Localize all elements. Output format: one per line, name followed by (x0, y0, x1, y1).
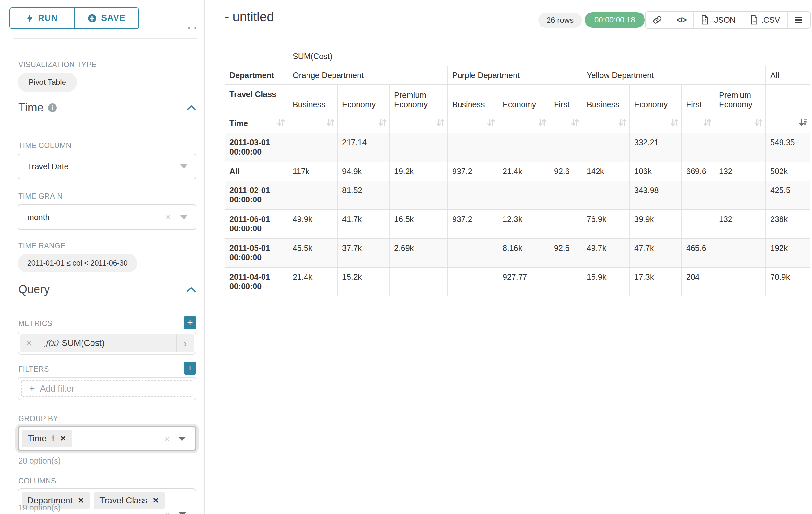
travel-class-cell: Business (288, 85, 338, 114)
link-icon (653, 16, 662, 24)
travel-class-cell: Economy (630, 85, 682, 114)
caret-down-icon[interactable] (178, 437, 186, 441)
save-button[interactable]: SAVE (74, 8, 138, 28)
metrics-label: METRICS (18, 319, 52, 328)
sort-cell (448, 114, 498, 133)
value-cell: 70.9k (766, 268, 810, 296)
value-cell (582, 133, 630, 162)
value-cell: 47.7k (630, 239, 682, 268)
add-filter-plus-button[interactable]: + (183, 362, 196, 375)
value-cell (389, 181, 448, 210)
value-cell (682, 133, 715, 162)
clear-icon[interactable]: × (166, 212, 171, 222)
value-cell: 81.52 (338, 181, 389, 210)
travel-class-axis-cell: Travel Class (225, 85, 288, 114)
remove-tag-icon[interactable]: ✕ (60, 434, 66, 443)
remove-metric-icon[interactable]: ✕ (20, 334, 38, 352)
value-cell: 343.98 (630, 181, 682, 210)
sort-toggle-icon[interactable] (702, 117, 712, 129)
value-cell (582, 181, 630, 210)
table-row: 2011-06-01 00:00:0049.9k41.7k16.5k937.21… (225, 210, 810, 239)
clear-all-icon[interactable]: × (165, 434, 170, 444)
remove-tag-icon[interactable]: ✕ (152, 496, 159, 505)
value-cell: 937.2 (448, 210, 498, 239)
field-tag[interactable]: Travel Class✕ (94, 492, 165, 509)
sort-toggle-icon[interactable] (754, 117, 763, 129)
hamburger-menu-icon (795, 16, 803, 24)
group-by-label: GROUP BY (18, 414, 58, 423)
bolt-icon (26, 13, 33, 23)
viz-type-label: VISUALIZATION TYPE (18, 60, 96, 69)
caret-down-icon[interactable] (178, 512, 186, 514)
add-filter-button[interactable]: + Add filter (21, 380, 193, 397)
value-cell (549, 133, 582, 162)
sort-toggle-icon[interactable] (538, 117, 547, 129)
sort-cell (630, 114, 682, 133)
time-section-title: Time (18, 101, 44, 114)
value-cell: 49.9k (288, 210, 338, 239)
field-tag[interactable]: Timei✕ (22, 430, 72, 447)
code-icon: </> (676, 16, 686, 24)
value-cell: 21.4k (288, 268, 338, 296)
department-group-cell: Purple Department (448, 66, 582, 85)
clear-all-icon[interactable]: × (165, 510, 170, 514)
row-label-cell: All (225, 162, 288, 181)
value-cell (288, 133, 338, 162)
time-axis-cell: Time (225, 114, 288, 133)
value-cell: 2.69k (389, 239, 448, 268)
sort-descending-active-icon[interactable] (799, 117, 808, 129)
table-row: 2011-03-01 00:00:00217.14332.21549.35 (225, 133, 810, 162)
value-cell (448, 181, 498, 210)
export-json-button[interactable]: .JSON (693, 12, 743, 28)
run-save-button-group: RUN SAVE (9, 7, 139, 29)
table-row: All117k94.9k19.2k937.221.4k92.6142k106k6… (225, 162, 810, 181)
sort-toggle-icon[interactable] (618, 117, 628, 129)
section-divider (14, 123, 197, 124)
metric-pill[interactable]: ✕ ƒ(x) SUM(Cost) › (20, 334, 194, 352)
caret-down-icon (180, 215, 187, 219)
time-grain-select[interactable]: month × (18, 204, 196, 230)
row-label-cell: 2011-05-01 00:00:00 (225, 239, 288, 268)
sort-toggle-icon[interactable] (276, 117, 286, 129)
sort-toggle-icon[interactable] (326, 117, 336, 129)
group-by-select[interactable]: Timei✕ × (18, 426, 196, 451)
corner-cell (225, 47, 288, 66)
time-column-select[interactable]: Travel Date (18, 154, 196, 179)
export-json-label: .JSON (712, 16, 735, 25)
menu-button[interactable] (787, 12, 810, 28)
value-cell: 45.5k (288, 239, 338, 268)
sort-cell (389, 114, 448, 133)
value-cell (448, 133, 498, 162)
view-query-button[interactable]: </> (669, 12, 693, 28)
remove-tag-icon[interactable]: ✕ (78, 496, 84, 505)
share-link-button[interactable] (646, 12, 669, 28)
sort-toggle-icon[interactable] (486, 117, 496, 129)
chevron-up-icon[interactable] (186, 104, 196, 111)
add-filter-label: Add filter (40, 384, 75, 394)
sort-toggle-icon[interactable] (670, 117, 679, 129)
sort-toggle-icon[interactable] (570, 117, 580, 129)
value-cell: 15.9k (582, 268, 630, 296)
time-column-value: Travel Date (27, 162, 68, 171)
value-cell: 15.2k (338, 268, 389, 296)
sort-toggle-icon[interactable] (378, 117, 387, 129)
travel-class-cell: Economy (498, 85, 549, 114)
time-section-header: Time i (18, 101, 196, 114)
sort-toggle-icon[interactable] (436, 117, 445, 129)
export-button-group: </> .JSON .CSV (645, 11, 811, 29)
chevron-up-icon[interactable] (186, 286, 196, 293)
csv-file-icon (750, 15, 758, 25)
metrics-container: ✕ ƒ(x) SUM(Cost) › (18, 331, 196, 355)
add-metric-button[interactable]: + (183, 316, 196, 329)
viz-type-pill[interactable]: Pivot Table (18, 73, 77, 92)
chart-title[interactable]: - untitled (225, 10, 274, 24)
value-cell (498, 181, 549, 210)
export-csv-button[interactable]: .CSV (743, 12, 787, 28)
info-icon[interactable]: i (48, 104, 57, 112)
chevron-right-icon[interactable]: › (176, 334, 194, 352)
function-icon: ƒ(x) (45, 339, 58, 348)
control-panel-sidebar: RUN SAVE Chart Type VISUALIZATION TYPE P… (0, 0, 208, 514)
export-csv-label: .CSV (761, 16, 780, 25)
run-button[interactable]: RUN (10, 8, 74, 28)
time-range-pill[interactable]: 2011-01-01 ≤ col < 2011-06-30 (18, 254, 137, 272)
